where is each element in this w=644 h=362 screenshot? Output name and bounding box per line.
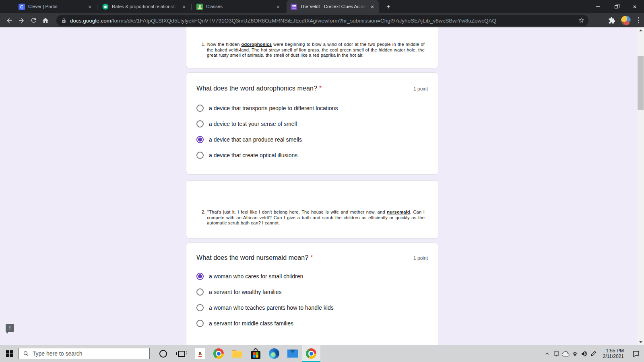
scroll-up-arrow[interactable] [637, 27, 644, 33]
tab-veldt-context-clues[interactable]: The Veldt - Context Clues Activity ✕ [287, 0, 379, 13]
tab-separator [97, 4, 97, 10]
chrome-icon [213, 348, 224, 359]
chrome-icon [306, 348, 316, 359]
task-view-icon [178, 351, 185, 357]
pen-icon [590, 350, 597, 357]
home-button[interactable] [39, 14, 52, 27]
wifi-button[interactable] [570, 345, 580, 362]
taskbar-search[interactable] [19, 348, 150, 359]
report-abuse-button[interactable]: ! [6, 324, 14, 332]
restore-button[interactable] [607, 0, 625, 13]
file-explorer-button[interactable] [228, 345, 246, 362]
tray-expand-button[interactable] [543, 345, 552, 362]
volume-button[interactable] [580, 345, 589, 362]
tab-classes[interactable]: Classes ✕ [192, 0, 285, 13]
bold-vocab-word: odorophonics [242, 42, 272, 47]
scroll-down-arrow[interactable] [637, 339, 644, 345]
close-window-button[interactable]: ✕ [625, 0, 644, 13]
browser-tab-bar: C Clever | Portal ✕ Rates & proportional… [0, 0, 644, 13]
forward-button[interactable] [15, 14, 27, 27]
browser-toolbar: docs.google.com/forms/d/e/1FAIpQLSfXQd5L… [0, 13, 644, 27]
chevron-up-icon [545, 351, 550, 356]
form-page: 1. Now the hidden odorophonics were begi… [0, 27, 637, 345]
radio-button[interactable] [196, 105, 204, 112]
bold-vocab-word: nursemaid [387, 210, 410, 214]
chrome-taskbar-button[interactable] [209, 345, 228, 362]
radio-button[interactable] [196, 304, 204, 311]
radio-option[interactable]: a device that transports people to diffe… [196, 103, 428, 113]
tab-title: Clever | Portal [28, 0, 83, 13]
radio-button[interactable] [196, 120, 204, 128]
clock-date: 2/11/2021 [603, 354, 624, 359]
radio-option[interactable]: a servant for middle class families [196, 319, 428, 328]
windows-logo-icon [6, 350, 13, 357]
close-icon[interactable]: ✕ [181, 4, 187, 10]
windows-ink-button[interactable] [589, 345, 598, 362]
close-icon[interactable]: ✕ [275, 4, 281, 10]
points-label: 1 point [413, 254, 428, 261]
tab-title: Rates & proportional relationship [112, 0, 178, 13]
mail-icon [287, 350, 298, 358]
back-button[interactable] [3, 14, 15, 27]
radio-button[interactable] [196, 136, 204, 143]
connect-display-button[interactable] [552, 345, 561, 362]
app-a-button[interactable]: a [191, 345, 209, 362]
wifi-icon [572, 350, 578, 357]
question-title: What does the word adorophonics mean? [196, 85, 317, 92]
cortana-button[interactable] [154, 345, 172, 362]
passage-card-1: 1. Now the hidden odorophonics were begi… [186, 27, 438, 68]
radio-option[interactable]: a woman who cares for small children [196, 272, 428, 281]
taskbar-clock[interactable]: 1:55 PM 2/11/2021 [598, 348, 628, 359]
bookmark-star-button[interactable] [578, 17, 585, 25]
radio-button[interactable] [196, 273, 204, 280]
star-icon [578, 17, 585, 24]
scrollbar-thumb[interactable] [638, 56, 644, 110]
microsoft-store-icon [251, 348, 260, 359]
radio-option[interactable]: a woman who teaches parents how to handl… [196, 303, 428, 313]
tab-separator [191, 4, 192, 10]
required-asterisk: * [319, 85, 322, 92]
google-forms-favicon-icon [291, 4, 297, 10]
vertical-scrollbar[interactable] [637, 27, 644, 345]
url-path: /forms/d/e/1FAIpQLSfXQd5LfylyekFQnVTV791… [111, 18, 496, 24]
start-button[interactable] [0, 345, 19, 362]
menu-dots-icon [638, 17, 639, 19]
new-tab-button[interactable]: + [383, 2, 394, 12]
radio-button[interactable] [196, 152, 204, 159]
restore-icon [615, 5, 618, 8]
radio-option[interactable]: a device that create optical illusions [196, 150, 428, 160]
radio-option[interactable]: a device that can produce real smells [196, 135, 428, 144]
cloud-icon [561, 351, 570, 357]
radio-button[interactable] [196, 288, 204, 296]
extensions-button[interactable] [608, 17, 615, 24]
home-icon [42, 17, 49, 24]
radio-button[interactable] [196, 320, 204, 327]
task-view-button[interactable] [172, 345, 191, 362]
chrome-active-taskbar-button[interactable] [302, 345, 320, 362]
cast-icon [553, 350, 560, 357]
search-input[interactable] [33, 350, 145, 357]
close-icon[interactable]: ✕ [87, 4, 93, 10]
browser-menu-button[interactable] [636, 16, 641, 25]
reload-button[interactable] [27, 14, 39, 27]
action-center-button[interactable] [628, 345, 644, 362]
close-icon[interactable]: ✕ [369, 4, 376, 10]
chevron-up-icon [639, 29, 642, 31]
forward-arrow-icon [18, 17, 25, 24]
minimize-button[interactable] [588, 0, 607, 13]
radio-option[interactable]: a servant for wealthy families [196, 287, 428, 297]
tab-clever-portal[interactable]: C Clever | Portal ✕ [14, 0, 96, 13]
profile-avatar[interactable] [621, 16, 631, 25]
onedrive-button[interactable] [561, 345, 570, 362]
minimize-icon [596, 6, 600, 7]
file-explorer-icon [232, 349, 242, 358]
tab-rates-proportional[interactable]: Rates & proportional relationship ✕ [98, 0, 190, 13]
radio-option[interactable]: a device to test your sense of smell [196, 119, 428, 129]
address-bar[interactable]: docs.google.com/forms/d/e/1FAIpQLSfXQd5L… [56, 15, 588, 26]
mail-button[interactable] [283, 345, 302, 362]
edge-button[interactable] [265, 345, 283, 362]
microsoft-store-button[interactable] [246, 345, 265, 362]
chevron-down-icon [639, 341, 642, 343]
cortana-icon [159, 350, 167, 358]
classroom-favicon-icon [196, 4, 203, 10]
